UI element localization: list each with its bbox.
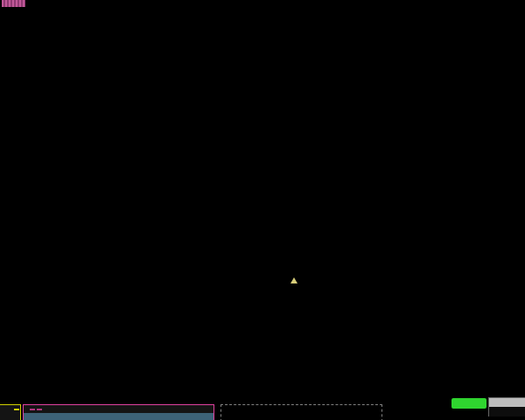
time-axis	[0, 284, 525, 296]
channel-c2-descriptor[interactable]	[23, 404, 214, 420]
trigger-time-marker-icon[interactable]	[290, 277, 298, 284]
c2-esr-badge	[30, 409, 35, 410]
waveform-display[interactable]	[0, 0, 525, 289]
timebase-value	[489, 407, 525, 416]
measurement-histicons	[0, 373, 525, 404]
timebase-title	[489, 398, 525, 407]
hd-mode-badge[interactable]	[452, 398, 486, 409]
timebase-descriptor[interactable]	[488, 397, 525, 416]
oscilloscope-screen	[0, 0, 525, 420]
descriptor-bar	[0, 404, 525, 420]
c2-volts-per-div	[24, 413, 214, 420]
add-trace-button[interactable]	[220, 404, 382, 420]
c2-coupling-badge	[37, 409, 42, 410]
channel-c1-descriptor[interactable]	[0, 404, 21, 420]
c1-coupling-badge	[14, 409, 19, 410]
trace-label-badge	[2, 0, 25, 7]
c1-volts-per-div	[0, 413, 20, 420]
